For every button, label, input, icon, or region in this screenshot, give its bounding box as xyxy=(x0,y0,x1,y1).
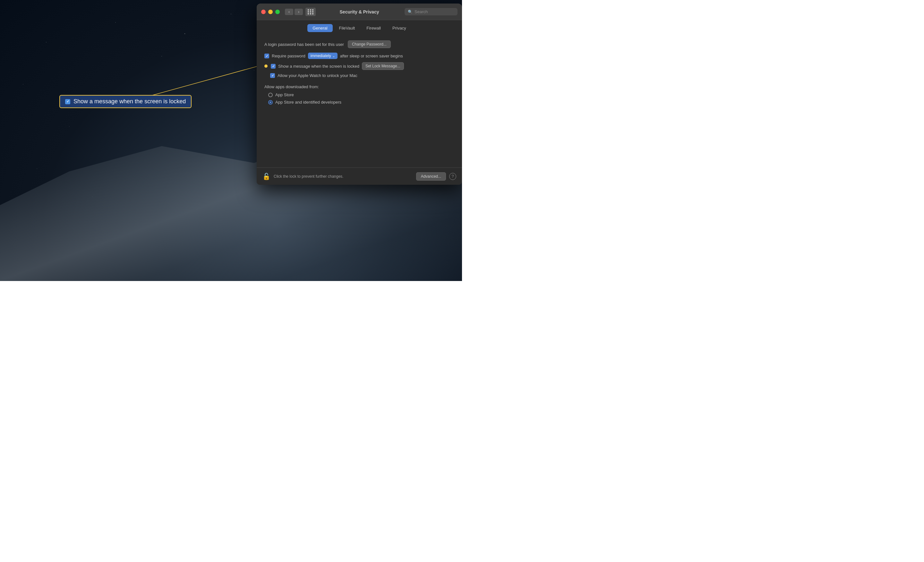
lock-icon[interactable]: 🔓 xyxy=(262,172,270,180)
login-password-row: A login password has been set for this u… xyxy=(264,40,454,48)
tab-general[interactable]: General xyxy=(308,24,332,32)
app-store-identified-label: App Store and identified developers xyxy=(275,100,341,105)
forward-icon: › xyxy=(298,10,299,14)
tooltip-text: Show a message when the screen is locked xyxy=(74,98,186,105)
change-password-button[interactable]: Change Password... xyxy=(348,40,391,48)
immediately-label: immediately xyxy=(310,54,331,58)
set-lock-message-button[interactable]: Set Lock Message... xyxy=(362,62,404,70)
tabs-bar: General FileVault Firewall Privacy xyxy=(256,20,462,35)
allow-apps-title: Allow apps downloaded from: xyxy=(264,84,454,89)
dropdown-arrow-icon: ⌄ xyxy=(332,54,335,58)
title-bar: ‹ › Security & Privacy 🔍 Search xyxy=(256,3,462,20)
app-store-identified-radio[interactable] xyxy=(268,100,273,105)
traffic-lights xyxy=(261,10,280,14)
show-message-checkbox[interactable] xyxy=(271,64,276,69)
apple-watch-label: Allow your Apple Watch to unlock your Ma… xyxy=(278,73,357,78)
minimize-button[interactable] xyxy=(268,10,273,14)
maximize-button[interactable] xyxy=(275,10,280,14)
tooltip-checkbox-icon xyxy=(65,99,70,104)
require-password-row: Require password immediately ⌄ after sle… xyxy=(264,52,454,59)
apple-watch-checkbox[interactable] xyxy=(270,73,275,78)
show-message-row: Show a message when the screen is locked… xyxy=(264,62,454,70)
show-message-label: Show a message when the screen is locked xyxy=(278,64,359,69)
back-icon: ‹ xyxy=(288,10,290,14)
after-sleep-text: after sleep or screen saver begins xyxy=(340,54,403,58)
search-input[interactable]: Search xyxy=(414,9,428,14)
allow-apps-section: Allow apps downloaded from: App Store Ap… xyxy=(264,84,454,105)
app-store-label: App Store xyxy=(275,92,294,97)
forward-button[interactable]: › xyxy=(294,9,303,15)
help-button[interactable]: ? xyxy=(449,173,456,180)
tab-filevault[interactable]: FileVault xyxy=(334,24,360,32)
lock-status-text: Click the lock to prevent further change… xyxy=(274,174,413,179)
search-bar[interactable]: 🔍 Search xyxy=(405,8,458,15)
tooltip-box: Show a message when the screen is locked xyxy=(59,95,192,108)
nav-buttons: ‹ › xyxy=(285,9,303,15)
close-button[interactable] xyxy=(261,10,266,14)
security-privacy-window: ‹ › Security & Privacy 🔍 Search General … xyxy=(256,3,462,185)
require-password-checkbox[interactable] xyxy=(264,54,269,58)
bottom-bar: 🔓 Click the lock to prevent further chan… xyxy=(256,168,462,185)
require-password-label: Require password xyxy=(272,54,305,58)
grid-view-button[interactable] xyxy=(305,8,316,16)
yellow-indicator-dot xyxy=(264,64,268,68)
immediately-dropdown[interactable]: immediately ⌄ xyxy=(308,52,338,59)
app-store-identified-row: App Store and identified developers xyxy=(264,100,454,105)
back-button[interactable]: ‹ xyxy=(285,9,293,15)
search-icon: 🔍 xyxy=(408,10,412,14)
window-title: Security & Privacy xyxy=(340,9,379,15)
tab-privacy[interactable]: Privacy xyxy=(387,24,411,32)
tab-firewall[interactable]: Firewall xyxy=(361,24,386,32)
advanced-button[interactable]: Advanced... xyxy=(416,172,446,181)
apple-watch-row: Allow your Apple Watch to unlock your Ma… xyxy=(264,73,454,78)
app-store-row: App Store xyxy=(264,92,454,97)
login-password-text: A login password has been set for this u… xyxy=(264,42,344,47)
app-store-radio[interactable] xyxy=(268,93,273,97)
content-area: A login password has been set for this u… xyxy=(256,35,462,112)
grid-icon xyxy=(308,9,314,15)
